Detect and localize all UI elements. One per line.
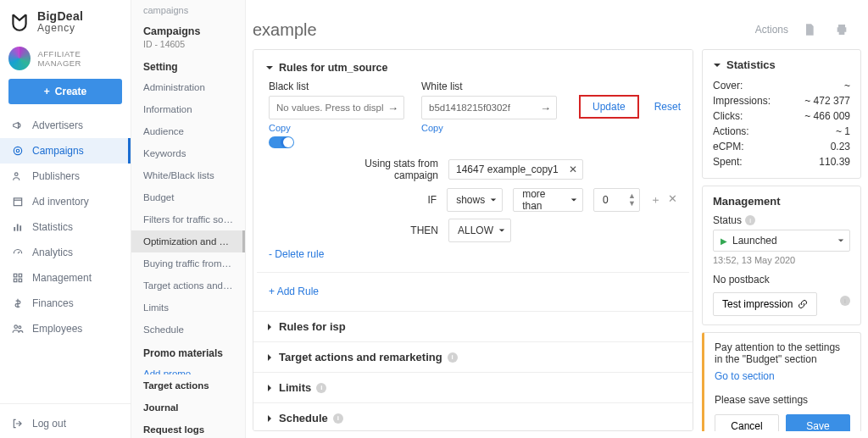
logout[interactable]: Log out [0, 409, 131, 438]
campaign-id: ID - 14605 [131, 39, 245, 54]
if-value-input[interactable]: 0 ▲▼ [593, 188, 640, 212]
delete-rule-link[interactable]: - Delete rule [269, 248, 324, 260]
actions-menu[interactable]: Actions [755, 24, 788, 36]
svg-point-0 [14, 147, 21, 154]
info-icon: i [840, 296, 850, 306]
whitelist-input[interactable] [422, 103, 556, 113]
main-sidebar: BigDeal Agency AFFILIATE MANAGER + Creat… [0, 0, 131, 438]
setting-item[interactable]: Schedule [131, 319, 245, 341]
caret-right-icon [265, 414, 274, 423]
setting-item[interactable]: Information [131, 98, 245, 120]
test-impression-button[interactable]: Test impression [713, 292, 817, 316]
setting-item[interactable]: Optimization and rules [131, 230, 245, 252]
sub-breadcrumb: campaigns [131, 5, 245, 20]
setting-item[interactable]: Buying traffic from S… [131, 252, 245, 274]
setting-item[interactable]: Limits [131, 297, 245, 319]
copy-whitelist[interactable]: Copy [421, 123, 557, 133]
nav-item-analytics[interactable]: Analytics [0, 240, 131, 265]
goto-section-link[interactable]: Go to section [715, 370, 850, 382]
setting-item[interactable]: Administration [131, 76, 245, 98]
stat-key: Actions: [713, 125, 749, 137]
setting-item[interactable]: Target actions and re… [131, 274, 245, 297]
whitelist-input-wrap[interactable]: → [421, 96, 557, 119]
status-timestamp: 13:52, 13 May 2020 [713, 255, 850, 265]
stepper-icon[interactable]: ▲▼ [628, 192, 636, 208]
setting-item[interactable]: Keywords [131, 142, 245, 164]
stat-row: Cover:~ [713, 78, 850, 93]
stat-key: Spent: [713, 156, 743, 168]
rules-utm-source-header[interactable]: Rules for utm_source [265, 58, 681, 80]
info-icon: i [316, 383, 326, 393]
setting-group-title: Setting [131, 54, 245, 76]
section-header[interactable]: Schedule i [253, 402, 693, 431]
setting-item[interactable]: Budget [131, 186, 245, 208]
nav-item-advertisers[interactable]: Advertisers [0, 113, 131, 138]
stat-key: Impressions: [713, 95, 771, 107]
campaign-chip-label: 14647 example_copy1 [456, 164, 559, 175]
campaign-chip[interactable]: 14647 example_copy1 ✕ [448, 159, 583, 180]
status-label: Status [713, 214, 742, 226]
stat-row: Impressions:~ 472 377 [713, 93, 850, 108]
main-panel: Rules for utm_source Black list → [253, 49, 693, 431]
reset-link[interactable]: Reset [654, 101, 681, 113]
nav-item-campaigns[interactable]: Campaigns [0, 138, 131, 164]
info-icon: i [745, 215, 755, 225]
setting-item[interactable]: Audience [131, 120, 245, 142]
nav-item-statistics[interactable]: Statistics [0, 214, 131, 240]
blacklist-input-wrap[interactable]: → [269, 96, 404, 119]
arrow-right-icon[interactable]: → [540, 102, 551, 114]
if-metric-select[interactable]: shows [447, 188, 503, 212]
no-postback-label: No postback [713, 274, 850, 286]
arrow-right-icon[interactable]: → [387, 102, 398, 114]
if-label: IF [404, 194, 437, 206]
cancel-button[interactable]: Cancel [715, 414, 779, 431]
statistics-title: Statistics [726, 58, 776, 71]
status-select[interactable]: ▶ Launched [713, 230, 850, 252]
svg-rect-10 [19, 279, 22, 282]
section-title: Target actions and remarketing [279, 351, 442, 363]
rule-toggle[interactable] [269, 136, 294, 148]
sub-item[interactable]: Target actions [131, 374, 245, 396]
promo-group-title: Promo materials [131, 341, 245, 363]
nav-item-employees[interactable]: Employees [0, 316, 131, 341]
brand-name: BigDeal [37, 10, 83, 23]
rules-isp-header[interactable]: Rules for isp [253, 311, 693, 341]
section-header[interactable]: Target actions and remarketing i [253, 341, 693, 372]
profile-role: AFFILIATE MANAGER [37, 49, 122, 68]
nav-item-finances[interactable]: Finances [0, 291, 131, 316]
copy-blacklist[interactable]: Copy [269, 123, 404, 133]
setting-item[interactable]: Filters for traffic sour… [131, 208, 245, 230]
if-value: 0 [603, 194, 609, 206]
save-button[interactable]: Save [786, 414, 850, 431]
file-icon[interactable] [798, 19, 821, 41]
users-icon [12, 170, 24, 182]
then-action-select[interactable]: ALLOW [448, 219, 511, 242]
remove-condition-icon[interactable]: ✕ [668, 192, 677, 208]
then-action-value: ALLOW [458, 225, 493, 236]
logo: BigDeal Agency [0, 0, 131, 42]
sub-item[interactable]: Journal [131, 396, 245, 419]
using-stats-label: Using stats from campaign [320, 158, 438, 181]
close-icon[interactable]: ✕ [569, 164, 577, 175]
blacklist-input[interactable] [270, 103, 403, 113]
nav-item-management[interactable]: Management [0, 265, 131, 291]
nav-item-publishers[interactable]: Publishers [0, 164, 131, 189]
nav-label: Advertisers [32, 119, 83, 131]
nav-item-ad-inventory[interactable]: Ad inventory [0, 189, 131, 214]
please-save-label: Please save settings [715, 394, 850, 406]
print-icon[interactable] [831, 19, 853, 41]
add-condition-icon[interactable]: ＋ [650, 192, 661, 208]
if-op-select[interactable]: more than [513, 188, 583, 212]
update-button[interactable]: Update [579, 95, 639, 119]
section-header[interactable]: Limits i [253, 372, 693, 402]
sub-item[interactable]: Request logs [131, 419, 245, 438]
add-promo-link[interactable]: Add promo [131, 363, 245, 374]
svg-point-11 [14, 324, 18, 328]
rules-title: Rules for utm_source [279, 62, 388, 74]
setting-item[interactable]: White/Black lists [131, 164, 245, 186]
create-button[interactable]: + Create [8, 79, 122, 104]
people-icon [12, 323, 24, 335]
profile[interactable]: AFFILIATE MANAGER [0, 42, 131, 79]
caret-right-icon [265, 323, 274, 331]
add-rule-link[interactable]: + Add Rule [269, 286, 319, 297]
